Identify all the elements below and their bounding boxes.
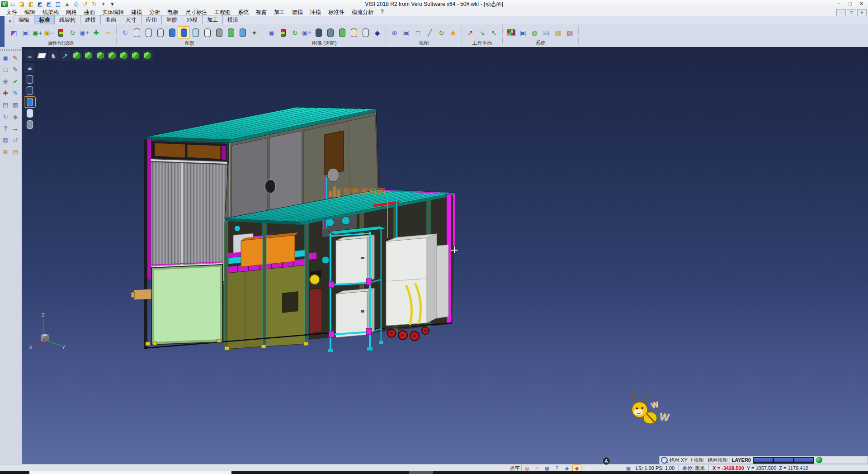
menu-flow-analysis[interactable]: 模流分析 bbox=[348, 8, 377, 17]
wireframe-mode-icon[interactable] bbox=[131, 27, 142, 38]
render-settings-icon[interactable]: ✦ bbox=[249, 27, 260, 38]
color-table-icon[interactable] bbox=[505, 27, 517, 38]
wcs-grid-icon[interactable]: ▦ bbox=[543, 465, 551, 471]
view-iso-icon[interactable] bbox=[130, 50, 141, 61]
measure-distance-icon[interactable]: ↔ bbox=[10, 123, 20, 134]
refresh-visibility-icon[interactable]: ↻ bbox=[67, 27, 78, 38]
tab-die[interactable]: 冲模 bbox=[182, 15, 203, 24]
tab-machining[interactable]: 加工 bbox=[202, 15, 223, 24]
close-button[interactable]: ✕ bbox=[856, 0, 867, 7]
flat-mode-icon[interactable] bbox=[202, 27, 213, 38]
regen-graphics-icon[interactable]: ↻ bbox=[119, 27, 131, 38]
tab-wireframe[interactable]: 线架构 bbox=[54, 15, 80, 24]
show-entities-icon[interactable]: ◉+ bbox=[32, 27, 43, 38]
view-orientation-label[interactable]: 绝对 XY 上视图 bbox=[670, 457, 704, 464]
workplane-align-icon[interactable]: ↘ bbox=[476, 27, 488, 38]
image-folder-icon[interactable]: ▤ bbox=[10, 146, 20, 158]
tab-dimension[interactable]: 尺寸 bbox=[121, 15, 142, 24]
axis-orient-icon[interactable]: ↗ bbox=[60, 50, 71, 61]
workplane-plane-icon[interactable] bbox=[36, 50, 47, 61]
tab-surface[interactable]: 曲面 bbox=[100, 15, 121, 24]
mdi-minimize-button[interactable]: ─ bbox=[836, 9, 846, 16]
remove-filter-icon[interactable]: ━ bbox=[102, 27, 113, 38]
view-back-icon[interactable] bbox=[118, 50, 129, 61]
search-icon[interactable] bbox=[661, 457, 668, 464]
color-swatch[interactable] bbox=[774, 458, 793, 462]
disp-shaded-icon[interactable] bbox=[24, 97, 35, 107]
disp-hatched-icon[interactable] bbox=[24, 119, 35, 130]
zoom-extents-icon[interactable]: ▣ bbox=[401, 27, 412, 38]
view-iso2-icon[interactable] bbox=[142, 50, 153, 61]
view-mode-label[interactable]: 绝对视图 bbox=[708, 457, 728, 464]
validate-check-icon[interactable]: ✔ bbox=[10, 76, 20, 87]
viewport-3d-model[interactable]: Z Y X W W bbox=[22, 47, 868, 464]
filter-lights-icon[interactable] bbox=[55, 27, 66, 38]
window-grid-icon[interactable]: ▦ bbox=[10, 99, 20, 111]
dynamic-zoom-icon[interactable]: ⊕ bbox=[389, 27, 400, 38]
outline-cylinder-icon[interactable] bbox=[360, 27, 371, 38]
export-print-icon[interactable]: ▲ bbox=[63, 0, 71, 8]
advanced-toggle-icon[interactable]: ◉± bbox=[301, 27, 312, 38]
collapsed-panel-strip[interactable] bbox=[0, 16, 5, 47]
point-select-icon[interactable]: ▦ bbox=[552, 27, 564, 38]
attribute-palette-icon[interactable]: ◩ bbox=[8, 27, 19, 38]
dispstrip-menu-icon[interactable]: ≡ bbox=[24, 63, 35, 73]
globe-icon[interactable] bbox=[816, 457, 822, 463]
tabbar-dropdown-icon[interactable]: ▾ bbox=[6, 18, 14, 24]
visi-logo[interactable]: V bbox=[1, 1, 8, 7]
advanced-refresh-icon[interactable]: ↻ bbox=[289, 27, 301, 38]
preview-icon[interactable]: ◎ bbox=[72, 0, 80, 8]
layer-color-swatches[interactable] bbox=[753, 457, 814, 464]
selection-zoom-icon[interactable]: ◉ bbox=[0, 52, 10, 64]
menu-mould[interactable]: 塑模 bbox=[288, 8, 307, 17]
delete-trash-icon[interactable]: ⊠ bbox=[0, 134, 10, 146]
workplane-axis-icon[interactable]: ✚ bbox=[0, 87, 10, 99]
save-all-icon[interactable]: ◫ bbox=[54, 0, 62, 8]
advanced-visibility-icon[interactable]: ◉ bbox=[266, 27, 277, 38]
record-mode-icon[interactable]: ◎ bbox=[523, 465, 531, 471]
view-left-icon[interactable] bbox=[95, 50, 106, 61]
tab-modeling[interactable]: 建模 bbox=[80, 15, 101, 24]
shaded-snap-icon[interactable]: ◆ bbox=[573, 465, 581, 471]
tool-icon[interactable]: ✦ bbox=[99, 0, 108, 8]
view-top-icon[interactable] bbox=[71, 50, 82, 61]
translucent-mode-icon[interactable] bbox=[190, 27, 201, 38]
mdi-close-button[interactable]: ✕ bbox=[857, 9, 867, 16]
grid-surface-icon[interactable]: ▨ bbox=[564, 27, 576, 38]
color-swatch[interactable] bbox=[754, 458, 773, 462]
display-settings-icon[interactable]: ▣ bbox=[517, 27, 528, 38]
disp-translucent-icon[interactable] bbox=[24, 108, 35, 118]
help-icon[interactable]: ? bbox=[0, 123, 10, 134]
menu-machining[interactable]: 加工 bbox=[270, 8, 288, 17]
maximize-button[interactable]: □ bbox=[844, 0, 856, 7]
disp-wireframe-icon[interactable] bbox=[24, 74, 35, 85]
color-swatch[interactable] bbox=[794, 458, 813, 462]
menu-standard-parts[interactable]: 标准件 bbox=[325, 8, 348, 17]
window-options-icon[interactable]: ▤ bbox=[541, 27, 552, 38]
view-front-icon[interactable] bbox=[83, 50, 94, 61]
layers-palette-icon[interactable]: ▤ bbox=[0, 99, 10, 111]
verify-cylinder-icon[interactable] bbox=[336, 27, 348, 38]
refresh-model-icon[interactable]: ↻ bbox=[0, 111, 10, 123]
document-cylinder-icon[interactable] bbox=[348, 27, 359, 38]
menu-help[interactable]: ? bbox=[377, 8, 387, 17]
refresh-view-icon[interactable]: ↻ bbox=[436, 27, 447, 38]
striped-cylinder-icon[interactable] bbox=[325, 27, 336, 38]
active-layer-label[interactable]: LAYER0 bbox=[732, 457, 751, 463]
dark-cylinder-icon[interactable] bbox=[313, 27, 324, 38]
redo-icon[interactable]: ↻ bbox=[90, 0, 99, 8]
zoom-scale-icon[interactable]: ⊕ bbox=[0, 76, 10, 87]
tab-edit[interactable]: 编辑 bbox=[14, 15, 34, 24]
zoom-window-icon[interactable]: □ bbox=[412, 27, 424, 38]
undo-icon[interactable]: ↺ bbox=[81, 0, 90, 8]
undo-step-icon[interactable]: ↺ bbox=[10, 134, 20, 146]
viewbar-menu-icon[interactable]: ≡ bbox=[24, 50, 35, 61]
save-icon[interactable]: ◩ bbox=[36, 0, 44, 8]
shading-smiley-icon[interactable]: ☻ bbox=[448, 27, 459, 38]
tab-mould[interactable]: 塑膜 bbox=[161, 15, 182, 24]
edit-curve-icon[interactable]: ✎ bbox=[10, 87, 20, 99]
viewport-3d[interactable]: Z Y X W W ≡♞↗ ≡ 智造资料网 bbox=[22, 47, 868, 464]
toggle-visibility-icon[interactable]: ◉± bbox=[79, 27, 90, 38]
solid-cube-icon[interactable]: ◆ bbox=[10, 111, 20, 123]
tab-flow[interactable]: 模流 bbox=[222, 15, 243, 24]
